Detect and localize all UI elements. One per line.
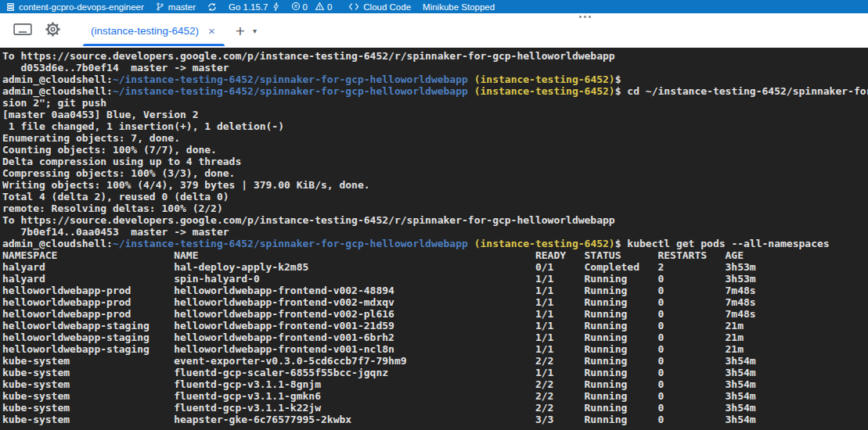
warning-triangle-icon: [315, 2, 325, 13]
pods-table-row: kube-system heapster-gke-6c76577995-2kwb…: [2, 414, 868, 425]
pods-table-row: helloworldwebapp-prod helloworldwebapp-f…: [2, 285, 868, 296]
prompt-line: admin_@cloudshell:~/instance-testing-645…: [2, 73, 868, 85]
editor-status-bar: content-gcpro-devops-engineer master Go …: [0, 0, 868, 13]
output-line: Counting objects: 100% (7/7), done.: [2, 144, 868, 156]
prompt-line: admin_@cloudshell:~/instance-testing-645…: [2, 85, 868, 97]
statusbar-go-version-item[interactable]: Go 1.15.7: [229, 2, 279, 12]
pods-table-row: helloworldwebapp-staging helloworldwebap…: [2, 320, 868, 331]
output-line: 1 file changed, 1 insertion(+), 1 deleti…: [2, 120, 868, 132]
output-line: To https://source.developers.google.com/…: [2, 50, 868, 62]
output-line: d053d6e..7b0ef14 master -> master: [2, 62, 868, 73]
output-line: Total 4 (delta 2), reused 0 (delta 0): [2, 191, 868, 202]
sync-refresh-icon: [207, 2, 217, 12]
statusbar-branch-item[interactable]: master: [156, 2, 196, 12]
terminal-tab-label: (instance-testing-6452): [91, 25, 199, 37]
output-line: Enumerating objects: 7, done.: [2, 132, 868, 144]
pods-table-row: kube-system fluentd-gcp-v3.1.1-8gnjm 2/2…: [2, 378, 868, 390]
active-tab-underline: [83, 44, 225, 46]
pods-table-row: halyard hal-deploy-apply-k2m85 0/1 Compl…: [2, 261, 868, 273]
output-line: [master 0aa0453] Blue, Version 2: [2, 109, 868, 120]
gear-icon: [45, 21, 61, 41]
statusbar-sync-item[interactable]: [207, 2, 217, 12]
pods-table-row: helloworldwebapp-staging helloworldwebap…: [2, 343, 868, 355]
tab-options-caret-icon[interactable]: ▾: [253, 27, 257, 35]
output-line: sion 2"; git push: [2, 97, 868, 109]
cloud-code-label: Cloud Code: [363, 2, 411, 12]
git-branch-icon: [156, 2, 164, 12]
statusbar-cloud-code-item[interactable]: Cloud Code: [348, 2, 411, 12]
pods-header-row: NAMESPACE NAME READY STATUS RESTARTS AGE: [2, 249, 868, 261]
go-version-label: Go 1.15.7: [229, 2, 268, 12]
statusbar-minikube-item[interactable]: Minikube Stopped: [423, 2, 495, 12]
terminal-output[interactable]: To https://source.developers.google.com/…: [0, 48, 868, 430]
error-count: 0: [303, 2, 308, 12]
statusbar-problems-item[interactable]: 0 0: [291, 2, 337, 13]
output-line: To https://source.developers.google.com/…: [2, 214, 868, 226]
warning-count: 0: [327, 2, 332, 12]
pods-table-row: helloworldwebapp-prod helloworldwebapp-f…: [2, 308, 868, 320]
error-circle-icon: [291, 2, 301, 13]
output-line: 7b0ef14..0aa0453 master -> master: [2, 226, 868, 238]
new-terminal-tab-button[interactable]: +: [236, 23, 245, 39]
lightning-bolt-icon: [272, 2, 279, 12]
database-stack-icon: [6, 2, 15, 12]
minikube-status-label: Minikube Stopped: [423, 2, 495, 12]
terminal-tab-instance-testing-6452[interactable]: (instance-testing-6452) ×: [83, 13, 225, 48]
code-brackets-icon: [348, 2, 359, 11]
terminal-tab-bar: (instance-testing-6452) × + ▾: [0, 13, 868, 48]
output-line: Compressing objects: 100% (3/3), done.: [2, 167, 868, 179]
panel-more-options-handle[interactable]: [579, 16, 591, 18]
pods-table-row: kube-system fluentd-gcp-v3.1.1-k22jw 2/2…: [2, 402, 868, 414]
keyboard-icon: [13, 23, 32, 39]
keyboard-shortcuts-button[interactable]: [11, 19, 34, 42]
pods-table-row: helloworldwebapp-staging helloworldwebap…: [2, 331, 868, 343]
project-label: content-gcpro-devops-engineer: [19, 2, 144, 12]
pods-table-row: kube-system fluentd-gcp-scaler-6855f55bc…: [2, 367, 868, 378]
output-line: Writing objects: 100% (4/4), 379 bytes |…: [2, 179, 868, 191]
output-line: Delta compression using up to 4 threads: [2, 156, 868, 167]
prompt-line: admin_@cloudshell:~/instance-testing-645…: [2, 238, 868, 249]
statusbar-project-item[interactable]: content-gcpro-devops-engineer: [6, 2, 144, 12]
pods-table-row: halyard spin-halyard-0 1/1 Running 0 3h5…: [2, 273, 868, 285]
pods-table-row: kube-system fluentd-gcp-v3.1.1-gmkn6 2/2…: [2, 390, 868, 402]
output-line: remote: Resolving deltas: 100% (2/2): [2, 202, 868, 214]
pods-table-row: kube-system event-exporter-v0.3.0-5cd6cc…: [2, 355, 868, 367]
terminal-settings-button[interactable]: [41, 19, 64, 42]
pods-table-row: helloworldwebapp-prod helloworldwebapp-f…: [2, 296, 868, 308]
branch-label: master: [168, 2, 196, 12]
tab-close-icon[interactable]: ×: [207, 25, 217, 37]
